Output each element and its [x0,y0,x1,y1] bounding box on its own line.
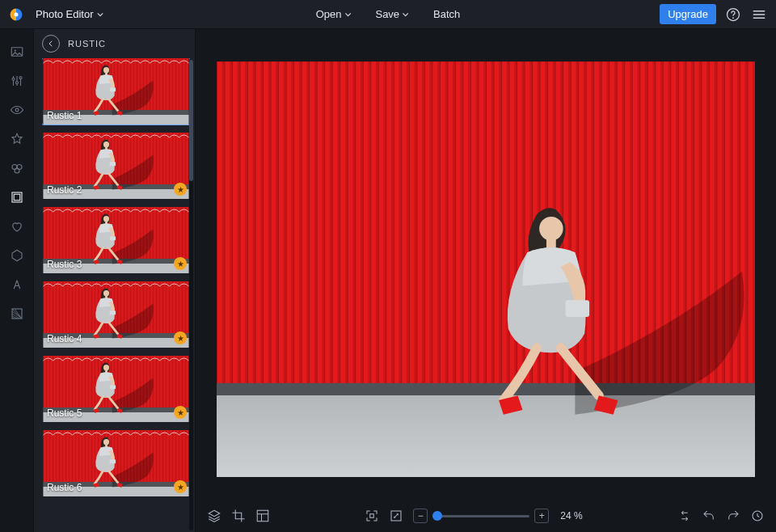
expand-icon [389,509,403,523]
history-button[interactable] [750,509,765,523]
premium-badge-icon: ★ [174,331,187,344]
chevron-down-icon [403,11,409,18]
upgrade-button[interactable]: Upgrade [660,4,716,24]
texture-tool-icon[interactable] [9,306,25,322]
actual-size-button[interactable] [389,509,403,523]
filter-scrollbar[interactable] [189,60,193,530]
filter-thumb[interactable]: Rustic 2★ [42,133,190,199]
tool-rail [0,29,34,532]
back-button[interactable] [42,35,60,53]
compare-icon [677,509,692,523]
svg-rect-26 [14,194,20,201]
filter-thumb-label: Rustic 4 [47,333,82,344]
svg-point-13 [15,12,19,16]
color-tool-icon[interactable] [9,160,25,176]
crop-icon [231,509,246,523]
fit-screen-button[interactable] [365,509,379,523]
layout-button[interactable] [255,509,270,523]
image-tool-icon[interactable] [9,44,25,60]
open-button[interactable]: Open [311,5,356,23]
history-icon [750,509,765,523]
svg-point-21 [15,108,19,112]
layout-icon [255,509,270,523]
filter-scrollbar-thumb[interactable] [189,60,193,181]
help-icon [725,6,741,23]
minus-icon: − [418,510,424,521]
premium-badge-icon: ★ [174,183,187,196]
svg-rect-32 [257,510,268,521]
layers-button[interactable] [207,509,221,523]
svg-point-15 [732,17,734,19]
zoom-out-button[interactable]: − [413,509,428,523]
filter-thumb-label: Rustic 1 [47,110,82,121]
shape-tool-icon[interactable] [9,247,25,264]
premium-badge-icon: ★ [174,406,187,419]
compare-button[interactable] [677,509,692,523]
zoom-percent-label: 24 % [560,510,582,521]
filter-thumb[interactable]: Rustic 3★ [42,207,190,273]
zoom-in-button[interactable]: + [534,509,549,523]
open-label: Open [316,8,342,20]
arrow-left-icon [46,39,56,49]
text-tool-icon[interactable] [9,277,25,293]
svg-point-24 [15,168,19,173]
filter-category-title: RUSTIC [68,39,106,49]
filter-thumb[interactable]: Rustic 6★ [42,430,190,496]
chevron-down-icon [97,11,103,18]
frame-tool-icon[interactable] [9,189,25,205]
help-button[interactable] [724,6,742,23]
canvas[interactable] [196,29,776,500]
heart-tool-icon[interactable] [9,218,25,234]
undo-button[interactable] [702,509,716,523]
svg-point-17 [14,49,15,51]
filter-thumb[interactable]: Rustic 4★ [42,281,190,348]
svg-point-18 [12,78,15,80]
mode-switcher[interactable]: Photo Editor [31,5,108,23]
adjust-tool-icon[interactable] [9,73,25,89]
filter-thumb-label: Rustic 6 [47,482,82,493]
chevron-down-icon [344,11,351,18]
svg-point-20 [19,77,22,79]
app-logo-icon [8,6,24,23]
redo-icon [726,509,740,523]
filter-thumb[interactable]: Rustic 1 [42,58,190,125]
svg-point-19 [15,82,18,84]
premium-badge-icon: ★ [174,480,187,493]
mode-switcher-label: Photo Editor [36,8,94,20]
star-tool-icon[interactable] [9,131,25,147]
batch-label: Batch [433,8,460,20]
zoom-slider-knob[interactable] [432,511,442,521]
main-menu-button[interactable] [750,6,768,23]
batch-button[interactable]: Batch [428,5,465,23]
undo-icon [702,509,716,523]
plus-icon: + [539,510,545,521]
layers-icon [207,509,221,523]
hamburger-icon [751,6,767,23]
filter-thumb-label: Rustic 2 [47,184,82,196]
svg-rect-33 [370,514,374,518]
save-button[interactable]: Save [370,5,414,23]
save-label: Save [375,8,399,20]
eye-tool-icon[interactable] [9,102,25,118]
filter-thumb[interactable]: Rustic 5★ [42,356,190,422]
zoom-slider-track[interactable] [432,515,529,517]
filter-thumb-label: Rustic 5 [47,407,82,419]
redo-button[interactable] [726,509,740,523]
premium-badge-icon: ★ [174,257,187,270]
filter-thumb-label: Rustic 3 [47,259,82,270]
fit-screen-icon [365,509,379,523]
crop-button[interactable] [231,509,246,523]
svg-rect-31 [217,395,755,477]
upgrade-label: Upgrade [668,8,708,20]
